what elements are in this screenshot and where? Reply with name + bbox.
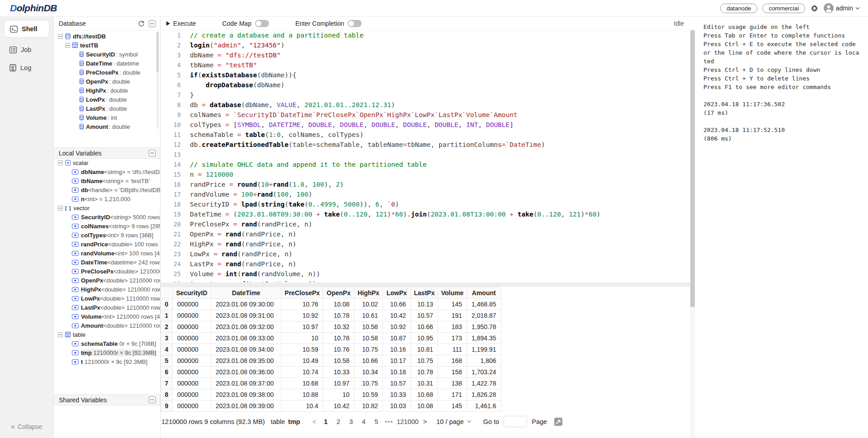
- variable-group-table[interactable]: table: [54, 330, 160, 339]
- variable-item[interactable]: tmp 1210000r × 9c [92.3MB]: [54, 348, 160, 357]
- collapse-button[interactable]: «Collapse: [11, 423, 42, 431]
- page-button[interactable]: 121000: [395, 418, 420, 425]
- collapse-panel-icon[interactable]: [149, 20, 156, 27]
- variable-group-vector[interactable]: [ ]vector: [54, 203, 160, 212]
- db-column[interactable]: PreClosePx: double: [54, 68, 160, 77]
- row-index: 8: [161, 389, 173, 400]
- variable-item[interactable]: n<int> = 1,210,000: [54, 194, 160, 203]
- code-line[interactable]: 16randPrice = round(10+rand(1.0, 100), 2…: [160, 179, 690, 189]
- variable-item[interactable]: randPrice<double> 100 rows [800B]: [54, 240, 160, 249]
- table-cell: 10.75: [354, 378, 383, 389]
- expander-minus-icon[interactable]: [58, 332, 63, 337]
- variable-item[interactable]: schemaTable 0r × 9c [708B]: [54, 339, 160, 348]
- goto-page-input[interactable]: [504, 416, 527, 427]
- code-editor[interactable]: 1// create a database and a partitioned …: [160, 30, 690, 282]
- variable-item[interactable]: Amount<double> 1210000 rows [9.2MB]: [54, 321, 160, 330]
- expander-minus-icon[interactable]: [58, 206, 63, 211]
- code-line[interactable]: 24LastPx = rand(randPrice, n): [160, 259, 690, 269]
- variable-item[interactable]: LowPx<double> 1210000 rows [9.2MB]: [54, 294, 160, 303]
- variable-item[interactable]: t 1210000r × 9c [92.3MB]: [54, 357, 160, 366]
- variable-item[interactable]: colNames<string> 9 rows [295B]: [54, 221, 160, 231]
- db-column[interactable]: Amount: double: [54, 122, 160, 131]
- db-column[interactable]: SecurityID: symbol: [54, 50, 160, 59]
- variable-item[interactable]: LastPx<double> 1210000 rows [9.2MB]: [54, 303, 160, 312]
- refresh-icon[interactable]: [138, 20, 145, 27]
- db-column[interactable]: OpenPx: double: [54, 77, 160, 86]
- code-line[interactable]: 18SecurityID = lpad(string(take(0..4999,…: [160, 199, 690, 209]
- variable-item[interactable]: tbName<string> = 'testTB': [54, 176, 160, 185]
- page-button[interactable]: 5: [370, 418, 382, 425]
- db-column[interactable]: LastPx: double: [54, 104, 160, 113]
- commercial-badge[interactable]: commercial: [762, 4, 805, 13]
- collapse-shared-variables-icon[interactable]: [149, 396, 156, 403]
- variable-item[interactable]: DateTime<datetime> 242 rows [968B]: [54, 258, 160, 267]
- code-line[interactable]: 25Volume = int(rand(randVolume, n)): [160, 269, 690, 279]
- settings-gear-icon[interactable]: [810, 4, 819, 13]
- page-size-select[interactable]: 10 / page: [436, 418, 471, 425]
- code-line[interactable]: 9colNames = `SecurityID`DateTime`PreClos…: [160, 110, 690, 120]
- code-line[interactable]: 15n = 1210000: [160, 170, 690, 179]
- datanode-badge[interactable]: datanode: [720, 4, 757, 13]
- next-page-button[interactable]: >: [420, 418, 430, 425]
- code-line[interactable]: 10colTypes = [SYMBOL, DATETIME, DOUBLE, …: [160, 120, 690, 130]
- code-line[interactable]: 1// create a database and a partitioned …: [160, 30, 690, 40]
- code-line[interactable]: 17randVolume = 100+rand(100, 100): [160, 189, 690, 199]
- code-line[interactable]: 3dbName = "dfs://testDB": [160, 50, 690, 60]
- variable-item[interactable]: dbName<string> = 'dfs://testDB': [54, 167, 160, 176]
- code-line[interactable]: 7}: [160, 90, 690, 100]
- code-line[interactable]: 23LowPx = rand(randPrice, n): [160, 249, 690, 259]
- code-line[interactable]: 4tbName = "testTB": [160, 60, 690, 70]
- code-line[interactable]: 20PreClosePx = rand(randPrice, n): [160, 219, 690, 229]
- variable-item[interactable]: SecurityID<string> 5000 rows [29KB]: [54, 212, 160, 221]
- code-line[interactable]: 14// simulate OHLC data and append it to…: [160, 160, 690, 170]
- expander-minus-icon[interactable]: [65, 43, 70, 48]
- variable-group-scalar[interactable]: scalar: [54, 158, 160, 167]
- page-button[interactable]: 3: [344, 418, 357, 425]
- enter-completion-toggle[interactable]: [348, 20, 362, 27]
- db-tree-root[interactable]: dfs://testDB: [54, 32, 160, 41]
- code-line[interactable]: 2login("admin", "123456"): [160, 40, 690, 50]
- db-column[interactable]: LowPx: double: [54, 95, 160, 104]
- page-button[interactable]: 1: [319, 418, 332, 425]
- execute-button[interactable]: Execute: [166, 20, 196, 27]
- db-tree-table[interactable]: testTB: [54, 41, 160, 50]
- sidebar-item-shell[interactable]: Shell: [4, 20, 49, 38]
- variable-text: schemaTable 0r × 9c [708B]: [81, 340, 156, 347]
- variable-item[interactable]: randVolume<int> 100 rows [400B]: [54, 249, 160, 258]
- code-line[interactable]: 22HighPx = rand(randPrice, n): [160, 239, 690, 249]
- user-menu[interactable]: admin: [824, 3, 860, 13]
- code-line[interactable]: 6 dropDatabase(dbName): [160, 80, 690, 90]
- db-column[interactable]: Volume: int: [54, 113, 160, 122]
- export-icon[interactable]: [554, 417, 563, 426]
- code-line[interactable]: 5if(existsDatabase(dbName)){: [160, 70, 690, 80]
- page-button[interactable]: 2: [332, 418, 344, 425]
- code-line[interactable]: 8db = database(dbName, VALUE, 2021.01.01…: [160, 100, 690, 110]
- variable-item[interactable]: Volume<int> 1210000 rows [4.6MB]: [54, 312, 160, 321]
- scrollbar-thumb[interactable]: [690, 30, 695, 307]
- code-map-toggle[interactable]: [255, 20, 269, 27]
- panel-scrollbar[interactable]: [156, 32, 159, 129]
- sidebar-item-job[interactable]: Job: [4, 42, 49, 57]
- db-column[interactable]: DateTime: datetime: [54, 59, 160, 68]
- editor-vertical-scrollbar[interactable]: [690, 30, 695, 438]
- variable-item[interactable]: PreClosePx<double> 1210000 rows [9.2MB]: [54, 267, 160, 276]
- code-line[interactable]: 26Amount = round(LastPx*Volume, 2): [160, 279, 690, 282]
- variable-item[interactable]: HighPx<double> 1210000 rows [9.2MB]: [54, 285, 160, 294]
- editor-horizontal-scrollbar[interactable]: [160, 283, 690, 287]
- variable-item[interactable]: db<handle> = 'DB[dfs://testDB]': [54, 185, 160, 194]
- page-ellipsis[interactable]: •••: [382, 418, 395, 425]
- variable-item[interactable]: OpenPx<double> 1210000 rows [9.2MB]: [54, 276, 160, 285]
- prev-page-button[interactable]: <: [309, 418, 319, 425]
- code-line[interactable]: 21OpenPx = rand(randPrice, n): [160, 229, 690, 239]
- sidebar-item-log[interactable]: Log: [4, 60, 49, 75]
- expander-minus-icon[interactable]: [58, 160, 63, 165]
- page-button[interactable]: 4: [357, 418, 370, 425]
- variable-item[interactable]: colTypes<int> 9 rows [36B]: [54, 231, 160, 240]
- collapse-local-variables-icon[interactable]: [149, 150, 156, 156]
- code-line[interactable]: 13: [160, 150, 690, 160]
- expander-minus-icon[interactable]: [58, 34, 63, 39]
- code-line[interactable]: 19DateTime = (2023.01.08T09:30:00 + take…: [160, 209, 690, 219]
- db-column[interactable]: HighPx: double: [54, 86, 160, 95]
- code-line[interactable]: 11schemaTable = table(1:0, colNames, col…: [160, 130, 690, 140]
- code-line[interactable]: 12db.createPartitionedTable(table=schema…: [160, 140, 690, 150]
